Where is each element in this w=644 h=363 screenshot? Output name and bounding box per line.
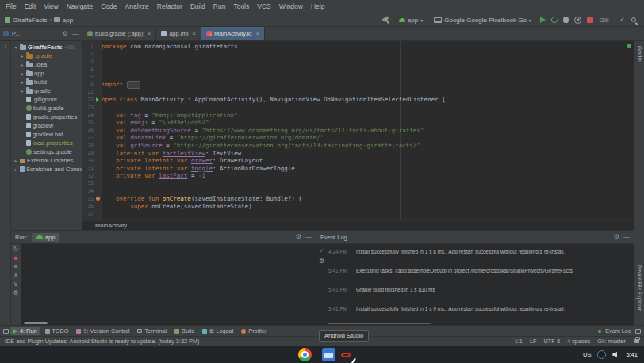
build-hammer-icon[interactable] (382, 16, 390, 25)
tool-window-tab[interactable]: Profiler (238, 327, 270, 335)
menu-item[interactable]: Help (307, 2, 328, 10)
status-widget[interactable]: 4 spaces (567, 338, 590, 345)
status-widget[interactable]: 1:1 (515, 338, 523, 345)
git-update-icon[interactable]: ↓ (613, 17, 616, 23)
hide-panel-icon[interactable]: — (72, 30, 79, 37)
menu-item[interactable]: Navigate (63, 2, 98, 10)
event-log-entry[interactable]: 5:41 PM Gradle build finished in 1 s 830… (328, 287, 631, 306)
tool-window-switcher-icon[interactable] (3, 329, 9, 334)
tool-window-tab[interactable]: 6: Logcat (199, 327, 236, 335)
code-line[interactable]: 36 super.onCreate(savedInstanceState) (82, 202, 634, 210)
settings-gear-icon[interactable]: ⚙ (63, 30, 68, 37)
tool-window-tab[interactable]: TODO (42, 327, 72, 335)
menu-item[interactable]: Refactor (153, 2, 186, 10)
run-tab-app[interactable]: app (32, 233, 60, 242)
code-line[interactable]: 30 private lateinit var drawer: DrawerLa… (82, 157, 634, 165)
tree-item-app[interactable]: ▸app (11, 69, 82, 78)
status-widget[interactable]: UTF-8 (543, 338, 560, 345)
code-line[interactable]: 29 lateinit var factTextView: TextView (82, 149, 634, 157)
code-line[interactable]: 35 override fun onCreate(savedInstanceSt… (82, 195, 634, 203)
code-line[interactable]: 23 (82, 104, 634, 112)
hide-panel-icon[interactable]: — (623, 234, 630, 240)
menu-item[interactable]: View (40, 2, 62, 10)
tree-item-gradle[interactable]: ▸gradle (11, 86, 82, 95)
tool-window-tab[interactable]: 4: Run (10, 327, 40, 335)
menu-item[interactable]: Code (97, 2, 121, 10)
event-filter-icon[interactable]: ✓ (319, 248, 324, 254)
editor-tab[interactable]: build.gradle (:app) × (82, 27, 156, 40)
override-gutter-icon[interactable] (94, 197, 102, 201)
breadcrumb-item[interactable]: MainActivity (95, 222, 127, 229)
status-message[interactable]: IDE and Plugin Updates: Android Studio i… (5, 338, 199, 345)
code-line[interactable]: 3 (82, 58, 634, 66)
code-line[interactable]: 5 (82, 73, 634, 81)
keyboard-layout-indicator[interactable]: US (583, 351, 591, 358)
menu-item[interactable]: Analyze (121, 2, 153, 10)
stop-button[interactable] (587, 17, 593, 23)
menu-item[interactable]: File (2, 2, 21, 10)
expand-all-button[interactable]: ∨ (13, 281, 18, 288)
code-line[interactable]: 24 val tag = "EmojiCompatApplication" (82, 111, 634, 119)
code-line[interactable]: 34 (82, 187, 634, 195)
device-select[interactable]: Google Google Pixelbook Go ▾ (431, 16, 534, 25)
menu-item[interactable]: Build (186, 2, 209, 10)
profile-button[interactable] (574, 17, 581, 24)
project-panel-title[interactable]: P... (12, 30, 20, 37)
tool-window-button[interactable] (5, 75, 6, 79)
expand-arrow-icon[interactable]: ▸ (20, 88, 25, 94)
layout-toggle-icon[interactable] (635, 329, 641, 334)
tree-item-settings-gradle[interactable]: settings.gradle (11, 147, 82, 156)
code-line[interactable]: 21 (82, 89, 634, 97)
tool-window-tab[interactable]: Build (171, 327, 197, 335)
code-line[interactable]: 22open class MainActivity : AppCompatAct… (82, 96, 634, 104)
code-line[interactable]: 37 (82, 210, 634, 218)
run-console[interactable]: ↻■≡∧∨⚙ (11, 244, 316, 325)
horizontal-scrollbar[interactable] (328, 323, 431, 324)
expand-arrow-icon[interactable]: ▸ (20, 53, 25, 59)
lock-icon[interactable] (634, 339, 639, 343)
stop-button[interactable]: ■ (14, 255, 18, 262)
expand-arrow-icon[interactable]: ▸ (13, 158, 18, 163)
code-editor[interactable]: 1package com.naranjaconsal.giraffefacts2… (82, 41, 634, 220)
horizontal-scrollbar[interactable] (24, 322, 48, 324)
hide-panel-icon[interactable]: — (305, 234, 312, 240)
code-line[interactable]: 25 val emoji = "\ud83e\udd92" (82, 119, 634, 127)
clear-button[interactable]: ≡ (14, 264, 18, 270)
code-line[interactable]: 2 (82, 51, 634, 59)
tree-item-local-properties[interactable]: local.properties (11, 139, 82, 147)
tool-window-button[interactable] (5, 44, 6, 48)
expand-arrow-icon[interactable]: ▸ (20, 79, 25, 85)
apply-changes-button[interactable] (550, 15, 558, 24)
tree-item-gradlew[interactable]: gradlew (11, 121, 82, 130)
event-log-entry[interactable]: 4:24 PM Install successfully finished in… (328, 249, 631, 268)
settings-gear-icon[interactable]: ⚙ (614, 234, 619, 240)
tool-window-button[interactable] (5, 64, 6, 69)
collapse-all-button[interactable]: ∧ (13, 273, 18, 279)
breadcrumb-project[interactable]: GiraffeFacts (13, 17, 47, 24)
tool-window-button-gradle[interactable]: Gradle (634, 44, 644, 64)
menu-item[interactable]: Edit (21, 2, 40, 10)
clock[interactable]: 5:41 (626, 351, 638, 358)
code-line[interactable]: 26 val doSomethingSource = "https://www.… (82, 127, 634, 135)
settings-button[interactable]: ⚙ (13, 290, 18, 296)
tree-item-gradle-properties[interactable]: gradle.properties (11, 113, 82, 121)
editor-tab[interactable]: MainActivity.kt × (201, 27, 265, 40)
tool-window-button[interactable] (5, 54, 6, 59)
event-settings-icon[interactable]: ⚙ (319, 258, 324, 265)
expand-arrow-icon[interactable]: ▸ (13, 166, 18, 172)
editor-tab[interactable]: app.iml × (156, 27, 201, 40)
code-line[interactable]: 31 private lateinit var toggle: ActionBa… (82, 165, 634, 173)
chrome-icon[interactable] (298, 348, 312, 361)
close-tab-icon[interactable]: × (255, 30, 259, 37)
event-log-bar-button[interactable]: Event Log (605, 327, 631, 334)
menu-item[interactable]: Run (209, 2, 230, 10)
file-manager-icon[interactable] (322, 348, 335, 361)
expand-arrow-icon[interactable]: ▸ (20, 62, 25, 67)
settings-gear-icon[interactable]: ⚙ (296, 234, 301, 240)
breadcrumb-module[interactable]: app (63, 17, 73, 24)
expand-arrow-icon[interactable]: ▸ (20, 71, 25, 76)
tree-item--gitignore[interactable]: .gitignore (11, 95, 82, 104)
tool-window-button[interactable] (5, 90, 6, 95)
tree-item-giraffefacts[interactable]: ▾GiraffeFacts ~/St (11, 43, 82, 52)
tray-circle-icon[interactable] (597, 350, 606, 359)
